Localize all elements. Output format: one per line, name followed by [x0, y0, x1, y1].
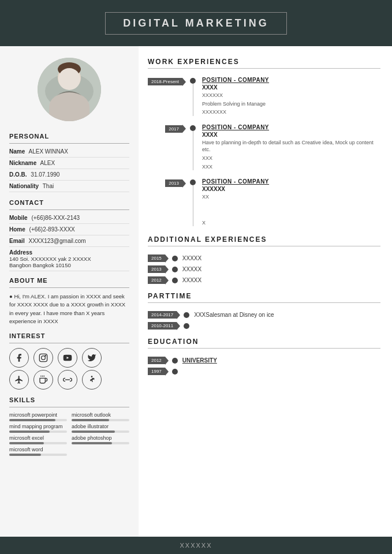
mobile-label: Mobile: [9, 215, 28, 221]
education-item-1-year: 2012: [148, 357, 165, 364]
about-text: ● Hi, I'm ALEX. I am passion in XXXX and…: [9, 293, 129, 325]
header: DIGITAL MARKETING: [0, 0, 392, 46]
interest-section-title: INTEREST: [9, 332, 129, 339]
work-item-2-line: [193, 131, 193, 170]
work-item-3-body: POSITION - COMPANY XXXXXX XX X: [197, 178, 380, 226]
skill-bar-2: [9, 442, 44, 444]
avatar-container: [9, 58, 129, 121]
svg-point-9: [45, 355, 46, 356]
coffee-icon[interactable]: [33, 370, 53, 390]
skill-bar-r-1: [72, 431, 115, 433]
skills-section-title: SKILLS: [9, 396, 129, 403]
social-icons-row: [9, 348, 129, 368]
nickname-label: Nickname: [9, 160, 36, 166]
address-line2: Bangbon Bangkok 10150: [9, 262, 129, 268]
svg-point-3: [58, 62, 81, 76]
work-item-1-detail3: XXXXXXX: [202, 108, 380, 116]
personal-section-title: PERSONAL: [9, 133, 129, 140]
footer: XXXXXX: [0, 537, 392, 554]
add-exp-item-2-text: XXXXX: [182, 266, 201, 272]
plane-icon[interactable]: [9, 370, 29, 390]
parttime-divider: [148, 302, 380, 303]
skill-name-microsoft-excel: microsoft excel: [9, 435, 67, 441]
instagram-icon[interactable]: [33, 348, 53, 368]
home-label: Home: [9, 226, 25, 233]
contact-section-title: CONTACT: [9, 199, 129, 206]
education-divider: [148, 348, 380, 349]
mobile-row: Mobile (+66)86-XXX-2143: [9, 215, 129, 224]
work-item-1-left: 2018-Present: [148, 77, 188, 116]
nationality-row: Nationality Thai: [9, 183, 129, 192]
work-item-2-company: XXXX: [202, 132, 380, 138]
skill-right-2: adobe photoshop: [72, 435, 129, 444]
dob-label: D.O.B.: [9, 171, 27, 178]
about-section-title: ABOUT ME: [9, 277, 129, 284]
skill-bar-container-3: [9, 454, 67, 456]
work-item-2-detail2: XXX: [202, 155, 380, 162]
skill-right-1: adobe illustrator: [72, 424, 129, 433]
work-item-2-position: POSITION - COMPANY: [202, 124, 380, 130]
additional-exp-list: 2015 XXXXX 2013 XXXXX 2012 XXXXX: [148, 254, 380, 284]
skill-bar-container-2: [9, 442, 67, 444]
education-section-title: EDUCATION: [148, 338, 380, 346]
about-divider: [9, 287, 129, 288]
work-item-2-dot: [190, 125, 196, 131]
youtube-icon[interactable]: [58, 348, 77, 368]
work-item-3-dot: [190, 179, 196, 185]
nationality-value: Thai: [43, 183, 54, 189]
skill-name-microsoft-powerpoint: microsoft powerpoint: [9, 412, 67, 418]
work-item-2-body: POSITION - COMPANY XXXX Have to planning…: [197, 124, 380, 170]
skill-name-microsoft-word: microsoft word: [9, 447, 67, 452]
facebook-icon[interactable]: [9, 348, 29, 368]
address-block: Address 140 Soi. XXXXXXX yak 2 XXXXX Ban…: [9, 249, 129, 271]
svg-point-6: [72, 76, 74, 80]
add-exp-item-1: 2015 XXXXX: [148, 254, 380, 262]
education-list: 2012 UNIVERSITY 1997: [148, 357, 380, 375]
work-item-2: 2017 POSITION - COMPANY XXXX Have to pla…: [148, 124, 380, 170]
skill-bar-container-r-1: [72, 431, 129, 433]
work-item-3-position: POSITION - COMPANY: [202, 178, 380, 185]
add-exp-item-2-dot: [172, 267, 178, 272]
footer-text: XXXXXX: [180, 542, 212, 549]
work-item-3-spacer: [202, 201, 380, 218]
work-item-1-detail1: XXXXXX: [202, 92, 380, 99]
skill-bar-3: [9, 454, 41, 456]
work-item-1-position: POSITION - COMPANY: [202, 77, 380, 83]
add-exp-item-1-dot: [172, 256, 178, 261]
nickname-row: Nickname ALEX: [9, 160, 129, 169]
work-timeline: 2018-Present POSITION - COMPANY XXXX XXX…: [148, 77, 380, 226]
parttime-item-2-year: 2010-2011: [148, 322, 177, 330]
name-label: Name: [9, 148, 25, 155]
add-exp-item-3-dot: [172, 278, 178, 283]
work-item-3-dotline: [188, 178, 197, 226]
address-label: Address: [9, 249, 129, 256]
education-item-2-year: 1997: [148, 368, 165, 375]
skill-left-2: microsoft excel: [9, 435, 67, 444]
work-item-1-body: POSITION - COMPANY XXXX XXXXXX Problem S…: [197, 77, 380, 116]
personal-divider: [9, 143, 129, 144]
work-item-2-year: 2017: [165, 125, 182, 133]
parttime-item-1-dot: [184, 312, 189, 318]
add-exp-item-3-year: 2012: [148, 276, 165, 284]
skill-bar-0: [9, 419, 55, 421]
skills-grid: microsoft powerpointmicrosoft outlookmin…: [9, 412, 129, 456]
svg-point-15: [91, 376, 93, 377]
work-item-3-company: XXXXXX: [202, 186, 380, 192]
fitness-icon[interactable]: [58, 370, 77, 390]
add-exp-item-2: 2013 XXXXX: [148, 265, 380, 273]
skill-bar-container-r-0: [72, 419, 129, 421]
work-item-2-left: 2017: [148, 124, 188, 170]
home-row: Home (+66)2-893-XXXX: [9, 226, 129, 235]
nationality-label: Nationality: [9, 183, 39, 189]
work-item-1-dot: [190, 78, 196, 84]
email-label: Email: [9, 238, 25, 244]
sidebar: PERSONAL Name ALEX WINNAX Nickname ALEX …: [0, 46, 139, 537]
add-exp-item-1-year: 2015: [148, 254, 165, 262]
parttime-item-1-year: 2014-2017: [148, 311, 177, 319]
skill-left-0: microsoft powerpoint: [9, 412, 67, 421]
email-row: Email XXXX123@gmail.com: [9, 238, 129, 247]
work-item-1-line: [193, 84, 193, 116]
skill-left-1: mind mapping program: [9, 424, 67, 433]
running-icon[interactable]: [82, 370, 102, 390]
twitter-icon[interactable]: [82, 348, 102, 368]
